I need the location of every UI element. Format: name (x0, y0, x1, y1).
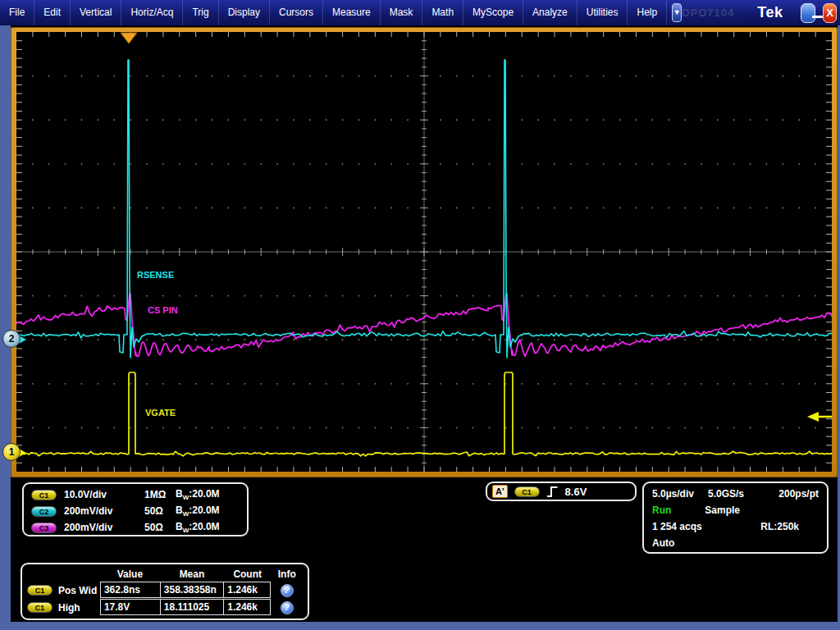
channel-scale: 200mV/div (64, 505, 144, 517)
resolution-value: 200ps/pt (778, 488, 819, 500)
channel-readout-panel[interactable]: C110.0V/div1MΩBW:20.0MC2200mV/div50ΩBW:2… (22, 482, 249, 536)
channel-1-marker[interactable]: 1 (2, 443, 21, 461)
measurement-mean: 358.38358n (160, 582, 224, 598)
info-icon[interactable]: ? (281, 601, 294, 614)
menu-item-display[interactable]: Display (219, 0, 270, 25)
tek-logo: Tek (757, 4, 783, 21)
channel-bandwidth: BW:20.0M (176, 488, 220, 501)
channel-readout-row[interactable]: C110.0V/div1MΩBW:20.0M (31, 486, 240, 503)
rising-edge-icon (546, 485, 559, 499)
menu-item-trig[interactable]: Trig (183, 0, 218, 25)
measurement-value: 17.8V (100, 599, 161, 615)
trigger-level-marker[interactable] (807, 412, 832, 422)
trace-label-cs-pin: CS PIN (148, 305, 178, 315)
measurement-count: 1.246k (223, 599, 271, 615)
menu-bar: FileEditVerticalHoriz/AcqTrigDisplayCurs… (0, 0, 840, 25)
channel-2-marker[interactable]: 2 (2, 330, 21, 348)
menu-item-file[interactable]: File (0, 0, 34, 25)
channel-readout-row[interactable]: C2200mV/div50ΩBW:20.0M (31, 503, 240, 519)
minimize-button[interactable] (801, 3, 815, 23)
channel-badge-c2: C2 (31, 506, 57, 517)
menu-item-edit[interactable]: Edit (34, 0, 71, 25)
measurement-header-count: Count (224, 568, 272, 580)
menu-item-mask[interactable]: Mask (381, 0, 423, 25)
trigger-readout-panel[interactable]: A' C1 8.6V (486, 482, 637, 501)
channel-bandwidth: BW:20.0M (176, 504, 220, 518)
measurement-header-row: ValueMeanCountInfo (27, 566, 303, 582)
channel-badge-c3: C3 (31, 523, 57, 533)
acq-mode: Sample (705, 504, 740, 516)
info-icon[interactable]: ? (281, 584, 294, 597)
measurement-panel[interactable]: ValueMeanCountInfoC1Pos Wid362.8ns358.38… (21, 563, 309, 620)
measurement-info: ? (271, 601, 303, 614)
menu-item-myscope[interactable]: MyScope (463, 0, 523, 25)
acq-state: Run (652, 504, 671, 516)
menu-item-analyze[interactable]: Analyze (523, 0, 578, 25)
channel-scale: 200mV/div (64, 522, 144, 533)
menu-item-vertical[interactable]: Vertical (71, 0, 121, 25)
sample-rate-value: 5.0GS/s (708, 488, 744, 500)
measurement-header-info: Info (272, 568, 303, 580)
measurement-row: C1High17.8V18.1110251.246k? (27, 599, 303, 616)
measurement-name: Pos Wid (58, 585, 97, 596)
timebase-value: 5.0µs/div (652, 488, 694, 500)
measurement-count: 1.246k (223, 582, 271, 598)
minimize-icon (812, 16, 823, 18)
trace-label-rsense: RSENSE (137, 270, 174, 280)
channel-bandwidth: BW:20.0M (176, 521, 220, 534)
trigger-mode: Auto (652, 537, 674, 549)
measurement-header-value: Value (100, 568, 160, 580)
menu-item-help[interactable]: Help (628, 0, 667, 25)
menu-item-cursors[interactable]: Cursors (270, 0, 323, 25)
trigger-level-value: 8.6V (565, 486, 587, 498)
close-button[interactable]: X (823, 3, 837, 23)
scope-content: RSENSECS PINVGATE 21 C110.0V/div1MΩBW:20… (11, 25, 838, 622)
channel-scale: 10.0V/div (64, 489, 144, 500)
channel-badge-c1: C1 (31, 490, 57, 500)
measurement-info: ? (271, 584, 303, 597)
model-label: DPO7104 (682, 7, 734, 19)
trigger-source-badge: C1 (514, 486, 540, 497)
measurement-header-mean: Mean (160, 568, 224, 580)
horizontal-acq-panel[interactable]: 5.0µs/div 5.0GS/s 200ps/pt Run Sample 1 … (642, 482, 829, 554)
menu-item-math[interactable]: Math (422, 0, 463, 25)
graticule-frame: RSENSECS PINVGATE (11, 27, 838, 477)
measurement-value: 362.8ns (100, 582, 161, 598)
measurement-name: High (58, 602, 80, 614)
trigger-position-marker[interactable] (121, 33, 137, 43)
channel-impedance: 50Ω (144, 505, 176, 517)
channel-readout-row[interactable]: C3200mV/div50ΩBW:20.0M (31, 519, 240, 536)
menu-overflow-button[interactable]: ▼ (672, 3, 682, 22)
measurement-source-badge: C1 (27, 585, 52, 596)
trace-label-vgate: VGATE (145, 408, 176, 418)
measurement-label: C1High (27, 602, 100, 614)
measurement-source-badge: C1 (27, 602, 52, 613)
record-length: RL:250k (760, 521, 799, 532)
measurement-row: C1Pos Wid362.8ns358.38358n1.246k? (27, 582, 303, 599)
trigger-a-badge: A' (492, 485, 508, 498)
channel-impedance: 1MΩ (144, 489, 176, 500)
menu-item-measure[interactable]: Measure (323, 0, 381, 25)
measurement-mean: 18.111025 (160, 599, 224, 615)
acq-count: 1 254 acqs (652, 521, 702, 532)
chevron-down-icon: ▼ (673, 9, 681, 16)
menu-item-horiz-acq[interactable]: Horiz/Acq (121, 0, 183, 25)
menu-item-utilities[interactable]: Utilities (578, 0, 628, 25)
waveform-display[interactable]: RSENSECS PINVGATE (16, 32, 832, 472)
measurement-label: C1Pos Wid (27, 585, 100, 596)
channel-impedance: 50Ω (144, 522, 176, 533)
close-icon: X (826, 7, 833, 19)
